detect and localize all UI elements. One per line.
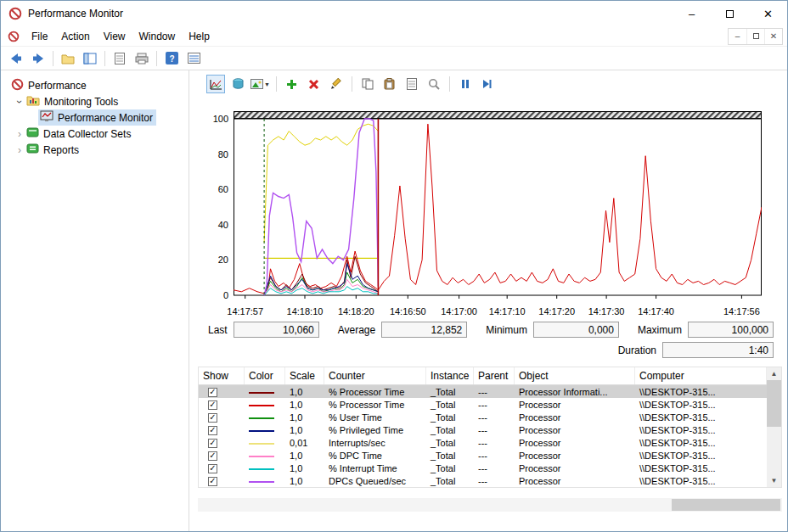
column-header[interactable]: Computer [635,367,767,384]
menu-file[interactable]: File [25,26,54,46]
average-label: Average [338,324,375,336]
counter-row[interactable]: ✓1,0% Interrupt Time_Total---Processor\\… [199,462,767,474]
show-console-tree-icon[interactable] [80,48,100,69]
print-icon[interactable] [132,48,152,69]
tree-item-data-collector-sets[interactable]: › Data Collector Sets [1,126,189,142]
folder-icon[interactable] [58,48,78,69]
minimum-label: Minimum [486,324,527,336]
tree-item-label: Performance [28,80,87,92]
parent-cell: --- [474,412,515,423]
scrollbar-thumb[interactable] [767,380,781,427]
minimize-button[interactable]: – [673,1,711,26]
counter-cell: % User Time [324,412,426,423]
mdi-close-button[interactable]: ✕ [764,29,782,44]
counter-cell: DPCs Queued/sec [324,476,426,486]
forward-button[interactable] [28,48,48,69]
window-list-icon[interactable] [183,48,204,69]
add-counter-button[interactable] [283,75,301,93]
show-checkbox[interactable]: ✓ [208,400,217,410]
tree-item-performance-monitor[interactable]: Performance Monitor [1,109,189,126]
close-button[interactable]: ✕ [749,1,787,26]
zoom-button[interactable] [425,75,443,93]
show-checkbox[interactable]: ✓ [208,413,217,423]
tree-item-reports[interactable]: › Reports [1,142,189,158]
show-checkbox[interactable]: ✓ [208,477,217,486]
view-log-data-button[interactable] [228,75,247,93]
column-header[interactable]: Color [245,367,285,384]
change-graph-type-button[interactable]: ▼ [250,75,270,93]
performance-monitor-pane: ▼ [189,70,787,531]
counter-row[interactable]: ✓1,0% DPC Time_Total---Processor\\DESKTO… [199,449,767,462]
column-header[interactable]: Counter [324,367,426,384]
scale-cell: 1,0 [285,451,324,461]
update-data-button[interactable] [478,75,497,93]
column-header[interactable]: Parent [474,367,515,384]
maximum-label: Maximum [638,324,682,336]
back-button[interactable] [6,48,26,69]
instance-cell: _Total [426,438,474,448]
tree-item-performance[interactable]: Performance [1,77,189,93]
column-header[interactable]: Scale [285,367,324,384]
delete-counter-button[interactable] [305,75,324,93]
x-tick-label: 14:17:20 [532,306,582,316]
show-checkbox[interactable]: ✓ [208,464,217,473]
counter-cell: % Interrupt Time [324,463,426,473]
performance-icon [11,78,24,93]
window-title: Performance Monitor [28,8,123,20]
show-checkbox[interactable]: ✓ [208,451,217,461]
counter-row[interactable]: ✓0,01Interrupts/sec_Total---Processor\\D… [199,436,767,449]
scale-cell: 0,01 [285,438,324,448]
chevron-collapsed-icon[interactable]: › [14,128,25,140]
scrollbar-thumb[interactable] [672,499,780,511]
app-icon [8,7,22,20]
performance-chart[interactable] [234,111,762,303]
highlight-button[interactable] [327,75,346,93]
toolbar-separator [156,51,157,66]
scroll-up-icon[interactable]: ▲ [767,367,781,380]
computer-cell: \\DESKTOP-315... [635,400,767,410]
counter-row[interactable]: ✓1,0% Privileged Time_Total---Processor\… [199,423,767,436]
copy-properties-button[interactable] [358,75,377,93]
chevron-collapsed-icon[interactable]: › [14,144,25,156]
tree-item-monitoring-tools[interactable]: › Monitoring Tools [1,93,189,109]
show-checkbox[interactable]: ✓ [208,439,217,448]
scroll-down-icon[interactable]: ▼ [767,474,781,487]
vertical-scrollbar[interactable]: ▲ ▼ [767,367,781,487]
horizontal-scrollbar[interactable] [198,498,782,512]
menu-view[interactable]: View [97,26,132,46]
mmc-toolbar: ? [1,47,787,70]
mdi-minimize-button[interactable]: – [729,29,746,44]
counter-row[interactable]: ✓1,0DPCs Queued/sec_Total---Processor\\D… [199,474,767,487]
counter-row[interactable]: ✓1,0% Processor Time_Total---Processor\\… [199,398,767,411]
export-list-icon[interactable] [110,48,130,69]
x-tick-label: 14:17:30 [582,306,631,316]
view-current-activity-button[interactable] [206,75,225,93]
menu-action[interactable]: Action [54,26,96,46]
menu-window[interactable]: Window [132,26,183,46]
data-collector-sets-icon [26,126,39,141]
paste-counter-list-button[interactable] [380,75,399,93]
properties-button[interactable] [402,75,421,93]
chart-area: 100806040200 14:17:5714:18:1014:18:2014:… [200,98,787,322]
chevron-expanded-icon[interactable]: › [14,97,25,107]
show-checkbox[interactable]: ✓ [208,388,217,397]
menu-help[interactable]: Help [182,26,217,46]
freeze-display-button[interactable] [456,75,475,93]
counter-row[interactable]: ✓1,0% User Time_Total---Processor\\DESKT… [199,411,767,423]
counter-row[interactable]: ✓1,0% Processor Time_Total---Processor I… [199,385,767,398]
object-cell: Processor [515,400,635,410]
maximize-button[interactable] [711,1,749,26]
help-icon[interactable]: ? [161,48,182,69]
show-checkbox[interactable]: ✓ [208,426,217,435]
column-header[interactable]: Instance [426,367,474,384]
column-header[interactable]: Show [199,367,245,384]
console-icon [8,31,20,42]
parent-cell: --- [474,425,515,435]
mdi-restore-button[interactable] [746,29,764,44]
column-header[interactable]: Object [515,367,635,384]
instance-cell: _Total [426,476,474,486]
scale-cell: 1,0 [285,425,324,435]
object-cell: Processor [515,438,635,448]
object-cell: Processor [515,476,635,486]
title-bar: Performance Monitor – ✕ [1,1,787,26]
